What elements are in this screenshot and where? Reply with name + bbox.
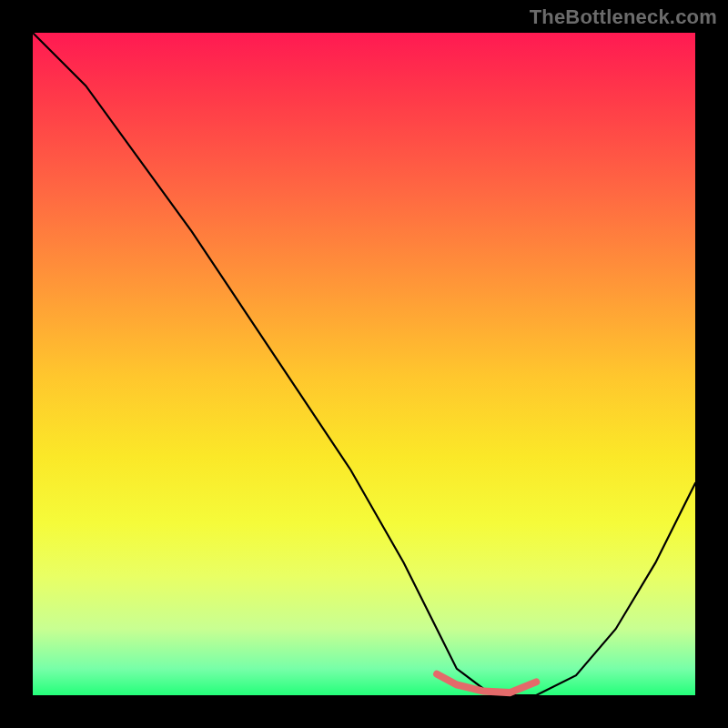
plot-area [33,33,695,695]
curve-svg [33,33,695,695]
highlight-segment-path [437,674,536,693]
chart-canvas: TheBottleneck.com [0,0,728,728]
bottleneck-curve-path [33,33,695,695]
watermark-text: TheBottleneck.com [530,5,717,29]
